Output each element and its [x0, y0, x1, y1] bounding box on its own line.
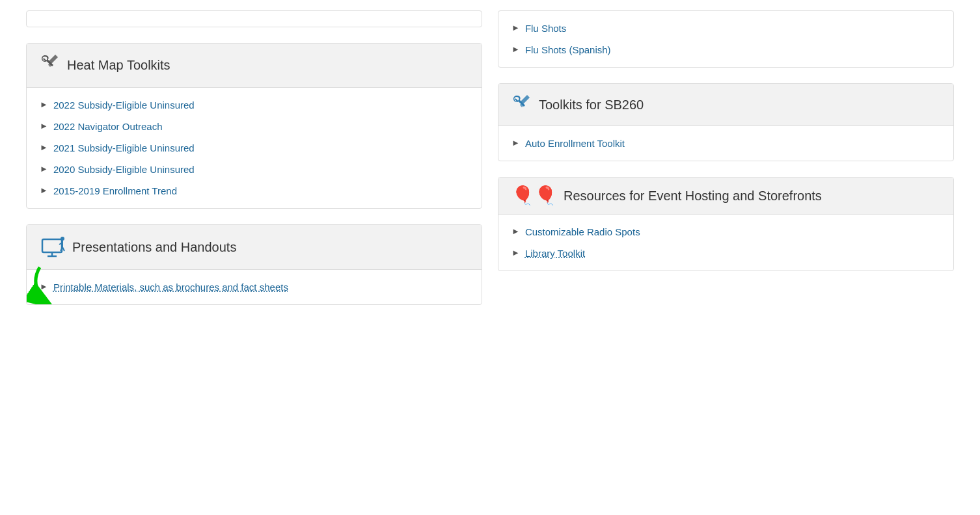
event-hosting-link-1[interactable]: Customizable Radio Spots	[525, 225, 640, 239]
bullet-arrow: ►	[511, 226, 520, 236]
sb260-link-1[interactable]: Auto Enrollment Toolkit	[525, 137, 625, 150]
list-item: ► 2020 Subsidy-Eligible Uninsured	[40, 163, 469, 176]
bullet-arrow: ►	[40, 99, 48, 109]
event-hosting-title: Resources for Event Hosting and Storefro…	[564, 189, 822, 204]
list-item: ► Customizable Radio Spots	[511, 225, 940, 239]
svg-rect-1	[42, 239, 62, 252]
balloons-icon: 🎈🎈	[511, 187, 557, 205]
svg-line-8	[62, 247, 64, 251]
presentations-title: Presentations and Handouts	[72, 240, 236, 255]
sb260-card: Toolkits for SB260 ► Auto Enrollment Too…	[498, 83, 954, 161]
list-item: ► Auto Enrollment Toolkit	[511, 137, 940, 150]
page-wrapper: Heat Map Toolkits ► 2022 Subsidy-Eligibl…	[0, 0, 980, 315]
list-item: ► 2021 Subsidy-Eligible Uninsured	[40, 141, 469, 155]
library-toolkit-link[interactable]: Library Toolkit	[525, 246, 585, 260]
tools-blue-icon	[511, 93, 532, 116]
heat-map-link-1[interactable]: 2022 Subsidy-Eligible Uninsured	[53, 98, 195, 112]
bullet-arrow: ►	[511, 23, 520, 33]
flu-shots-link-1[interactable]: Flu Shots	[525, 21, 566, 35]
green-arrow-annotation	[26, 264, 79, 305]
heat-map-link-5[interactable]: 2015-2019 Enrollment Trend	[53, 184, 177, 198]
presentations-card: Presentations and Handouts ► Printable M…	[26, 224, 482, 305]
sb260-links-body: ► Auto Enrollment Toolkit	[498, 126, 953, 161]
flu-shots-card: ► Flu Shots ► Flu Shots (Spanish)	[498, 10, 954, 68]
heat-map-title: Heat Map Toolkits	[67, 58, 170, 73]
heat-map-links-body: ► 2022 Subsidy-Eligible Uninsured ► 2022…	[27, 88, 482, 208]
partial-card-top	[26, 10, 482, 27]
event-hosting-header: 🎈🎈 Resources for Event Hosting and Store…	[498, 178, 953, 215]
bullet-arrow: ►	[40, 142, 48, 152]
bullet-arrow: ►	[511, 248, 520, 258]
svg-point-4	[61, 237, 64, 241]
heat-map-link-4[interactable]: 2020 Subsidy-Eligible Uninsured	[53, 163, 195, 176]
right-column: ► Flu Shots ► Flu Shots (Spanish)	[498, 10, 954, 305]
presenter-icon	[40, 234, 66, 260]
event-hosting-links-body: ► Customizable Radio Spots ► Library Too…	[498, 215, 953, 271]
presentations-header: Presentations and Handouts	[27, 225, 482, 270]
list-item: ► 2022 Subsidy-Eligible Uninsured	[40, 98, 469, 112]
bullet-arrow: ►	[511, 44, 520, 54]
bullet-arrow: ►	[40, 121, 48, 131]
event-hosting-card: 🎈🎈 Resources for Event Hosting and Store…	[498, 177, 954, 271]
heat-map-link-2[interactable]: 2022 Navigator Outreach	[53, 120, 163, 133]
heat-map-toolkits-card: Heat Map Toolkits ► 2022 Subsidy-Eligibl…	[26, 43, 482, 209]
presentations-link-1[interactable]: Printable Materials, such as brochures a…	[53, 280, 288, 294]
flu-shots-link-2[interactable]: Flu Shots (Spanish)	[525, 43, 611, 57]
list-item: ► 2015-2019 Enrollment Trend	[40, 184, 469, 198]
list-item: ► 2022 Navigator Outreach	[40, 120, 469, 133]
list-item: ► Printable Materials, such as brochures…	[40, 280, 469, 294]
left-column: Heat Map Toolkits ► 2022 Subsidy-Eligibl…	[26, 10, 482, 305]
heat-map-toolkits-header: Heat Map Toolkits	[27, 44, 482, 88]
list-item: ► Library Toolkit	[511, 246, 940, 260]
list-item: ► Flu Shots	[511, 21, 940, 35]
presentations-links-body: ► Printable Materials, such as brochures…	[27, 270, 482, 304]
bullet-arrow: ►	[511, 138, 520, 148]
bullet-arrow: ►	[40, 164, 48, 174]
list-item: ► Flu Shots (Spanish)	[511, 43, 940, 57]
sb260-title: Toolkits for SB260	[539, 98, 644, 112]
tools-icon	[40, 53, 61, 78]
sb260-header: Toolkits for SB260	[498, 84, 953, 126]
bullet-arrow: ►	[40, 185, 48, 195]
flu-shots-links-body: ► Flu Shots ► Flu Shots (Spanish)	[498, 11, 953, 67]
heat-map-link-3[interactable]: 2021 Subsidy-Eligible Uninsured	[53, 141, 195, 155]
